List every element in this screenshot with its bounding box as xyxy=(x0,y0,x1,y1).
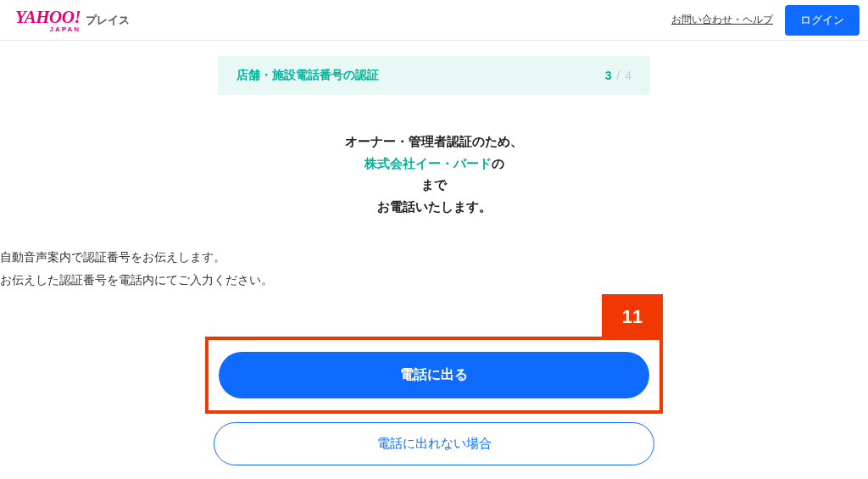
cannot-answer-button[interactable]: 電話に出れない場合 xyxy=(214,422,654,465)
heading-block: オーナー・管理者認証のため、 株式会社イー・バードの まで お電話いたします。 xyxy=(0,131,868,217)
company-name: 株式会社イー・バード xyxy=(364,156,492,170)
yahoo-logo: YAHOO! JAPAN xyxy=(15,7,81,33)
button-wrap: 11 電話に出る 電話に出れない場合 xyxy=(205,337,663,465)
highlight-label: 11 xyxy=(602,294,663,340)
step-total: 4 xyxy=(625,69,632,82)
step-divider: / xyxy=(616,69,620,82)
description-block: 自動音声案内で認証番号をお伝えします。 お伝えした認証番号を電話内にてご入力くだ… xyxy=(0,246,868,291)
header-right: お問い合わせ・ヘルプ ログイン xyxy=(671,5,860,36)
description-line2: お伝えした認証番号を電話内にてご入力ください。 xyxy=(0,269,868,292)
logo-main-text: YAHOO! xyxy=(15,7,81,27)
heading-line3-suffix: まで xyxy=(421,177,447,192)
step-current: 3 xyxy=(605,69,612,82)
step-bar: 店舗・施設電話番号の認証 3 / 4 xyxy=(218,56,650,95)
highlight-box: 11 電話に出る xyxy=(205,337,663,414)
logo-area: YAHOO! JAPAN プレイス xyxy=(15,7,130,33)
heading-line4: お電話いたします。 xyxy=(0,196,868,218)
step-count: 3 / 4 xyxy=(605,69,632,82)
heading-line1: オーナー・管理者認証のため、 xyxy=(0,131,868,153)
help-link[interactable]: お問い合わせ・ヘルプ xyxy=(671,13,773,27)
service-name: プレイス xyxy=(86,13,130,28)
heading-line2: 株式会社イー・バードの xyxy=(0,153,868,175)
heading-line2-suffix: の xyxy=(492,156,504,170)
main-content: 店舗・施設電話番号の認証 3 / 4 オーナー・管理者認証のため、 株式会社イー… xyxy=(0,41,868,479)
description-line1: 自動音声案内で認証番号をお伝えします。 xyxy=(0,246,868,269)
login-button[interactable]: ログイン xyxy=(785,5,860,36)
header: YAHOO! JAPAN プレイス お問い合わせ・ヘルプ ログイン xyxy=(0,0,868,41)
heading-line3: まで xyxy=(0,174,868,196)
step-title: 店舗・施設電話番号の認証 xyxy=(236,68,379,83)
answer-call-button[interactable]: 電話に出る xyxy=(219,352,649,398)
